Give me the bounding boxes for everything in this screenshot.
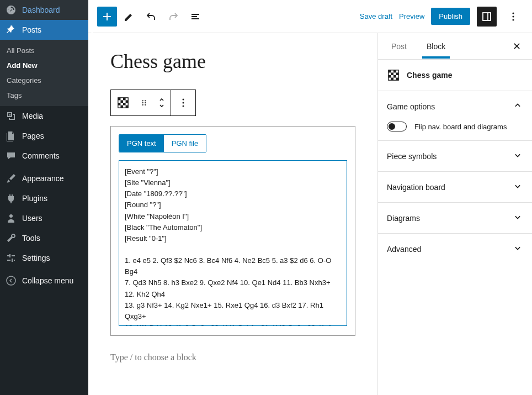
sidebar-label: Appearance [22,174,64,183]
sidebar-item-dashboard[interactable]: Dashboard [0,0,88,20]
block-type-button[interactable] [111,90,135,115]
svg-rect-31 [393,75,396,78]
sidebar-item-pages[interactable]: Pages [0,126,88,146]
svg-rect-32 [391,78,393,81]
svg-rect-8 [118,98,121,101]
sidebar-item-collapse[interactable]: Collapse menu [0,271,88,291]
sidebar-sub-add-new[interactable]: Add New [0,58,88,73]
svg-point-20 [142,104,143,106]
panel-title: Piece symbols [387,152,437,161]
panel-title: Game options [387,102,435,111]
svg-rect-33 [396,78,399,81]
panel-toggle-advanced[interactable]: Advanced [378,234,532,264]
panel-toggle-navigation-board[interactable]: Navigation board [378,172,532,202]
sidebar-label: Pages [22,131,44,140]
pgn-tab-text[interactable]: PGN text [119,135,164,152]
svg-point-4 [512,12,514,14]
svg-rect-29 [396,72,399,75]
svg-point-19 [145,102,146,103]
post-title[interactable]: Chess game [110,50,355,73]
sliders-icon [6,252,17,264]
svg-point-22 [183,99,184,101]
block-appender[interactable]: Type / to choose a block [110,352,355,362]
pgn-textarea[interactable] [119,160,347,326]
sidebar-label: Media [22,112,43,120]
panel-toggle-game-options[interactable]: Game options [378,91,532,122]
preview-button[interactable]: Preview [399,12,424,20]
publish-button[interactable]: Publish [431,8,470,25]
svg-rect-28 [391,72,393,75]
drag-handle-button[interactable] [135,90,153,115]
svg-rect-10 [120,100,123,103]
editor-topbar: Save draft Preview Publish [88,0,532,33]
settings-tabs: Post Block ✕ [378,33,532,60]
media-icon [6,110,17,122]
svg-point-6 [512,19,514,20]
settings-close-button[interactable]: ✕ [510,40,523,53]
comments-icon [6,150,17,161]
pgn-tab-file[interactable]: PGN file [164,135,206,152]
sidebar-sub-all-posts[interactable]: All Posts [0,43,88,58]
svg-point-21 [145,104,146,106]
sidebar-label: Settings [22,254,50,262]
chevron-down-icon [512,243,523,255]
panel-navigation-board: Navigation board [378,171,532,202]
admin-sidebar: Dashboard Posts All Posts Add New Catego… [0,0,88,395]
chevron-down-icon [512,150,523,162]
editor-main: Save draft Preview Publish Chess game [88,0,532,395]
more-options-button[interactable] [503,7,523,27]
document-overview-button[interactable] [185,7,205,27]
chevron-down-icon [512,212,523,224]
sidebar-item-plugins[interactable]: Plugins [0,188,88,208]
svg-rect-26 [389,70,391,73]
panel-title: Navigation board [387,183,445,192]
panel-toggle-diagrams[interactable]: Diagrams [378,203,532,233]
sidebar-sub-categories[interactable]: Categories [0,73,88,88]
sidebar-label: Posts [22,25,41,34]
flip-board-toggle[interactable] [387,122,407,131]
sidebar-submenu-posts: All Posts Add New Categories Tags [0,40,88,106]
pin-icon [6,24,17,35]
block-toolbar [110,89,196,116]
sidebar-item-tools[interactable]: Tools [0,228,88,248]
sidebar-item-appearance[interactable]: Appearance [0,168,88,188]
panel-toggle-piece-symbols[interactable]: Piece symbols [378,141,532,171]
sidebar-item-posts[interactable]: Posts [0,20,88,40]
sidebar-item-settings[interactable]: Settings [0,248,88,268]
sidebar-item-comments[interactable]: Comments [0,146,88,166]
sidebar-label: Users [22,214,42,223]
redo-button[interactable] [163,7,183,27]
svg-point-0 [9,214,13,218]
undo-button[interactable] [141,7,161,27]
settings-tab-block[interactable]: Block [422,34,450,59]
panel-advanced: Advanced [378,233,532,264]
chevron-down-icon [512,181,523,193]
panel-diagrams: Diagrams [378,202,532,233]
block-more-button[interactable] [171,90,195,115]
wrench-icon [6,233,17,244]
settings-tab-post[interactable]: Post [387,34,411,59]
edit-mode-button[interactable] [119,7,139,27]
editor-canvas[interactable]: Chess game PGN text [88,33,377,395]
svg-point-16 [142,100,143,101]
plug-icon [6,193,17,204]
save-draft-button[interactable]: Save draft [360,12,392,20]
block-card: Chess game [378,60,532,91]
add-block-button[interactable] [97,7,117,27]
sidebar-item-media[interactable]: Media [0,106,88,126]
svg-point-5 [512,15,514,17]
panel-title: Diagrams [387,214,420,223]
svg-rect-9 [123,98,126,101]
chessboard-icon [117,97,129,109]
move-updown-button[interactable] [153,90,171,115]
svg-point-24 [183,106,184,107]
sidebar-label: Comments [22,151,60,160]
sidebar-sub-tags[interactable]: Tags [0,88,88,103]
settings-toggle-button[interactable] [477,7,497,27]
flip-board-label: Flip nav. board and diagrams [414,123,507,131]
sidebar-item-users[interactable]: Users [0,208,88,228]
collapse-icon [6,275,17,286]
settings-panel: Post Block ✕ Chess game Game options [377,33,532,395]
pgn-source-tabs: PGN text PGN file [119,134,206,152]
svg-point-1 [7,276,15,285]
